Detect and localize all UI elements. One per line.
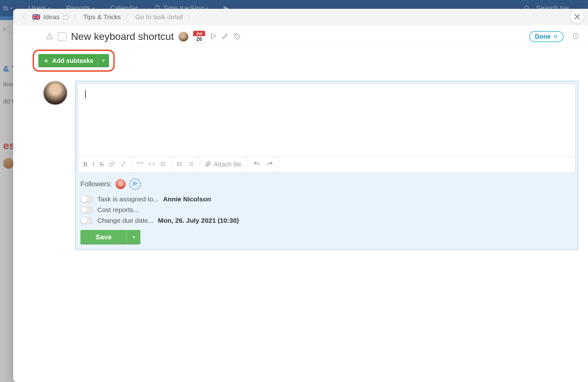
comment-editor: B I S “” 123 bbox=[78, 84, 575, 173]
code-button[interactable] bbox=[149, 161, 155, 168]
done-button[interactable]: Done ✕ bbox=[529, 31, 564, 42]
cal-month: Jul bbox=[193, 31, 205, 36]
history-icon[interactable] bbox=[572, 33, 579, 41]
cal-day: 26 bbox=[193, 36, 205, 42]
followers-row: Followers: bbox=[80, 178, 573, 190]
svg-point-9 bbox=[177, 164, 178, 165]
modal-body: ＋ Add subtasks ▼ B I S bbox=[13, 47, 588, 382]
flag-icon: 🇬🇧 bbox=[32, 13, 40, 21]
svg-point-3 bbox=[235, 35, 236, 36]
task-header: New keyboard shortcut Jul 26 Done ✕ bbox=[13, 25, 588, 47]
play-icon[interactable] bbox=[210, 32, 217, 41]
indent-button[interactable] bbox=[160, 161, 166, 168]
save-label: Save bbox=[80, 230, 127, 244]
brush-button[interactable] bbox=[120, 161, 126, 168]
warning-icon[interactable] bbox=[46, 32, 53, 41]
task-title[interactable]: New keyboard shortcut bbox=[71, 31, 174, 42]
back-button[interactable]: 〈 bbox=[19, 12, 26, 22]
caret-down-icon: ▼ bbox=[102, 58, 106, 63]
svg-point-8 bbox=[177, 162, 178, 163]
assign-value[interactable]: Annie Nicolson bbox=[163, 195, 211, 203]
due-toggle[interactable] bbox=[80, 217, 93, 224]
person-plus-icon bbox=[132, 181, 138, 188]
svg-text:3: 3 bbox=[188, 165, 189, 166]
link-button[interactable] bbox=[109, 161, 115, 168]
circle-icon bbox=[63, 14, 69, 20]
numbered-list-button[interactable]: 123 bbox=[188, 161, 194, 168]
assign-toggle-row: Task is assigned to... Annie Nicolson bbox=[80, 195, 573, 203]
bullet-list-button[interactable] bbox=[177, 161, 183, 168]
breadcrumb-item[interactable]: 🇬🇧 Ideas bbox=[32, 13, 69, 21]
comment-options: Followers: Task is assigned to... Annie … bbox=[78, 173, 575, 247]
due-value[interactable]: Mon, 26. July 2021 (10:30) bbox=[158, 217, 239, 224]
redo-button[interactable] bbox=[266, 161, 273, 169]
followers-label: Followers: bbox=[80, 180, 112, 188]
breadcrumb: 〈 🇬🇧 Ideas 〉 Tips & Tricks 〉 Go to task … bbox=[13, 9, 588, 25]
paperclip-icon bbox=[205, 161, 211, 168]
plus-icon: ＋ bbox=[43, 56, 50, 65]
breadcrumb-item[interactable]: Go to task detail bbox=[135, 13, 183, 21]
edit-icon[interactable] bbox=[221, 32, 229, 41]
strike-button[interactable]: S bbox=[100, 161, 104, 168]
due-toggle-row: Change due date... Mon, 26. July 2021 (1… bbox=[80, 217, 573, 224]
svg-point-20 bbox=[133, 182, 135, 184]
chevron-right-icon: 〉 bbox=[125, 13, 131, 21]
current-user-avatar bbox=[43, 80, 68, 106]
task-modal: ✕ 〈 🇬🇧 Ideas 〉 Tips & Tricks 〉 Go to tas… bbox=[13, 9, 588, 382]
comment-panel: B I S “” 123 bbox=[75, 80, 579, 250]
save-dropdown[interactable]: ▼ bbox=[127, 230, 140, 244]
attach-file-button[interactable]: Attach file bbox=[199, 156, 248, 172]
due-label: Change due date... bbox=[97, 217, 154, 224]
close-icon: ✕ bbox=[573, 11, 581, 22]
comment-section: B I S “” 123 bbox=[13, 72, 588, 256]
attach-label: Attach file bbox=[214, 161, 242, 168]
add-follower-button[interactable] bbox=[129, 178, 141, 190]
due-date-badge[interactable]: Jul 26 bbox=[193, 31, 205, 42]
quote-button[interactable]: “” bbox=[137, 160, 143, 169]
caret-down-icon: ▼ bbox=[132, 235, 136, 239]
add-subtasks-label: Add subtasks bbox=[52, 57, 93, 64]
add-subtasks-dropdown[interactable]: ▼ bbox=[98, 54, 109, 67]
done-label: Done bbox=[535, 33, 551, 40]
close-button[interactable]: ✕ bbox=[570, 10, 584, 23]
add-subtasks-button[interactable]: ＋ Add subtasks ▼ bbox=[38, 54, 109, 67]
add-subtasks-highlight: ＋ Add subtasks ▼ bbox=[33, 50, 115, 72]
assignee-avatar[interactable] bbox=[178, 31, 189, 42]
svg-point-1 bbox=[49, 38, 50, 38]
editor-toolbar: B I S “” 123 bbox=[78, 156, 575, 172]
chevron-right-icon: 〉 bbox=[73, 13, 79, 21]
comment-textarea[interactable] bbox=[78, 84, 575, 156]
svg-point-10 bbox=[177, 165, 178, 166]
italic-button[interactable]: I bbox=[92, 161, 95, 168]
assign-toggle[interactable] bbox=[80, 195, 93, 203]
save-button[interactable]: Save ▼ bbox=[80, 230, 140, 244]
bold-button[interactable]: B bbox=[83, 161, 87, 168]
cost-label: Cost reports... bbox=[97, 206, 139, 214]
cost-toggle[interactable] bbox=[80, 206, 93, 214]
chevron-right-icon: 〉 bbox=[187, 13, 193, 21]
svg-marker-2 bbox=[211, 34, 216, 39]
cost-toggle-row: Cost reports... bbox=[80, 206, 573, 214]
close-icon: ✕ bbox=[553, 33, 558, 40]
complete-checkbox[interactable] bbox=[58, 32, 67, 41]
breadcrumb-item[interactable]: Tips & Tricks bbox=[83, 13, 121, 21]
follower-avatar[interactable] bbox=[115, 178, 126, 190]
assign-label: Task is assigned to... bbox=[97, 195, 159, 203]
breadcrumb-label: Ideas bbox=[43, 13, 59, 20]
undo-button[interactable] bbox=[253, 161, 260, 169]
tag-icon[interactable] bbox=[233, 32, 241, 41]
